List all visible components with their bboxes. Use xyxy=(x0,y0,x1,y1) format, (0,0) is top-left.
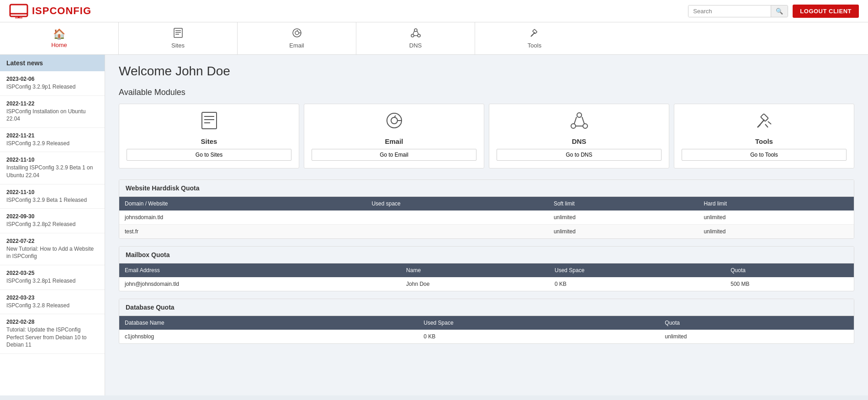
news-date: 2022-11-10 xyxy=(6,157,98,163)
sites-icon xyxy=(173,28,183,41)
cell-used: 0 KB xyxy=(549,277,725,291)
news-date: 2022-03-25 xyxy=(6,270,98,276)
main-container: Latest news 2023-02-06 ISPConfig 3.2.9p1… xyxy=(0,55,868,395)
goto-email-button[interactable]: Go to Email xyxy=(312,149,476,161)
sidebar-title: Latest news xyxy=(0,55,105,71)
svg-line-39 xyxy=(765,124,768,127)
database-quota-title: Database Quota xyxy=(119,299,854,316)
module-email-icon xyxy=(385,111,403,134)
nav-label-home: Home xyxy=(51,42,67,48)
email-icon xyxy=(292,28,302,41)
search-button[interactable]: 🔍 xyxy=(771,5,788,17)
cell-db-name: c1johnsblog xyxy=(119,330,418,343)
list-item[interactable]: 2023-02-06 ISPConfig 3.2.9p1 Released xyxy=(0,71,105,96)
page-title: Welcome John Doe xyxy=(119,64,854,79)
modules-title: Available Modules xyxy=(119,88,854,97)
nav-item-dns[interactable]: DNS xyxy=(356,22,475,54)
list-item[interactable]: 2022-09-30 ISPConfig 3.2.8p2 Released xyxy=(0,209,105,233)
svg-rect-4 xyxy=(174,28,182,37)
cell-name: John Doe xyxy=(401,277,549,291)
logo: ISPCONFIG xyxy=(9,4,91,18)
cell-db-quota: unlimited xyxy=(659,330,854,343)
mailbox-quota-table: Email Address Name Used Space Quota john… xyxy=(119,263,854,291)
nav-item-sites[interactable]: Sites xyxy=(119,22,238,54)
logout-button[interactable]: LOGOUT CLIENT xyxy=(793,5,859,18)
news-date: 2022-02-28 xyxy=(6,319,98,325)
goto-sites-button[interactable]: Go to Sites xyxy=(127,149,291,161)
news-date: 2022-09-30 xyxy=(6,213,98,220)
col-used-space: Used Space xyxy=(549,263,725,277)
module-email-name: Email xyxy=(385,137,403,145)
nav-item-home[interactable]: 🏠 Home xyxy=(0,22,119,54)
module-card-sites[interactable]: Sites Go to Sites xyxy=(119,104,299,168)
goto-tools-button[interactable]: Go to Tools xyxy=(682,149,847,161)
nav-item-email[interactable]: Email xyxy=(238,22,356,54)
svg-line-15 xyxy=(413,31,414,34)
news-date: 2023-02-06 xyxy=(6,76,98,82)
news-title: ISPConfig 3.2.8 Released xyxy=(6,302,69,309)
harddisk-quota-title: Website Harddisk Quota xyxy=(119,180,854,197)
news-title: ISPConfig 3.2.9p1 Released xyxy=(6,84,75,90)
list-item[interactable]: 2022-11-21 ISPConfig 3.2.9 Released xyxy=(0,128,105,153)
nav-item-tools[interactable]: Tools xyxy=(475,22,594,54)
cell-domain: test.fr xyxy=(119,225,366,239)
list-item[interactable]: 2022-03-23 ISPConfig 3.2.8 Released xyxy=(0,290,105,315)
news-date: 2022-11-21 xyxy=(6,132,98,139)
search-input[interactable] xyxy=(688,5,771,17)
goto-dns-button[interactable]: Go to DNS xyxy=(497,149,662,161)
table-row: c1johnsblog 0 KB unlimited xyxy=(119,330,854,343)
cell-db-used: 0 KB xyxy=(418,330,659,343)
col-db-quota: Quota xyxy=(659,316,854,330)
nav: 🏠 Home Sites Email xyxy=(0,22,868,55)
svg-line-38 xyxy=(768,121,771,124)
list-item[interactable]: 2022-03-25 ISPConfig 3.2.8p1 Released xyxy=(0,265,105,290)
news-title: ISPConfig 3.2.8p1 Released xyxy=(6,278,75,284)
svg-line-20 xyxy=(531,35,533,37)
module-tools-icon xyxy=(755,111,773,134)
list-item[interactable]: 2022-11-22 ISPConfig Installation on Ubu… xyxy=(0,96,105,128)
svg-point-9 xyxy=(295,31,299,35)
svg-point-14 xyxy=(418,34,420,37)
nav-label-email: Email xyxy=(289,42,304,49)
col-name: Name xyxy=(401,263,549,277)
news-date: 2022-03-23 xyxy=(6,295,98,301)
col-db-name: Database Name xyxy=(119,316,418,330)
module-dns-icon xyxy=(570,111,588,134)
news-date: 2022-11-10 xyxy=(6,189,98,195)
search-box: 🔍 xyxy=(688,5,788,17)
cell-soft: unlimited xyxy=(548,211,699,225)
col-email: Email Address xyxy=(119,263,401,277)
module-card-dns[interactable]: DNS Go to DNS xyxy=(489,104,669,168)
svg-point-12 xyxy=(414,29,417,32)
list-item[interactable]: 2022-11-10 ISPConfig 3.2.9 Beta 1 Releas… xyxy=(0,184,105,209)
list-item[interactable]: 2022-02-28 Tutorial: Update the ISPConfi… xyxy=(0,314,105,354)
nav-label-sites: Sites xyxy=(171,42,185,49)
module-tools-name: Tools xyxy=(755,137,773,145)
sidebar: Latest news 2023-02-06 ISPConfig 3.2.9p1… xyxy=(0,55,105,395)
svg-rect-36 xyxy=(760,114,768,121)
svg-point-13 xyxy=(411,34,414,37)
news-title: ISPConfig 3.2.9 Beta 1 Released xyxy=(6,197,87,203)
news-title: ISPConfig 3.2.8p2 Released xyxy=(6,221,75,227)
table-row: john@johnsdomain.tld John Doe 0 KB 500 M… xyxy=(119,277,854,291)
news-title: Installing ISPConfig 3.2.9 Beta 1 on Ubu… xyxy=(6,164,93,179)
svg-line-37 xyxy=(757,125,760,127)
svg-rect-21 xyxy=(202,112,217,129)
database-quota-table: Database Name Used Space Quota c1johnsbl… xyxy=(119,316,854,343)
svg-line-33 xyxy=(582,117,584,124)
module-sites-icon xyxy=(200,111,218,134)
news-title: New Tutorial: How to Add a Website in IS… xyxy=(6,246,94,260)
dns-icon xyxy=(411,28,421,41)
cell-soft: unlimited xyxy=(548,225,699,239)
harddisk-quota-section: Website Harddisk Quota Domain / Website … xyxy=(119,179,854,239)
list-item[interactable]: 2022-11-10 Installing ISPConfig 3.2.9 Be… xyxy=(0,152,105,184)
cell-hard: unlimited xyxy=(698,211,854,225)
news-date: 2022-07-22 xyxy=(6,238,98,244)
module-card-tools[interactable]: Tools Go to Tools xyxy=(674,104,854,168)
svg-line-32 xyxy=(574,117,577,124)
news-title: ISPConfig Installation on Ubuntu 22.04 xyxy=(6,108,85,122)
list-item[interactable]: 2022-07-22 New Tutorial: How to Add a We… xyxy=(0,233,105,265)
col-quota: Quota xyxy=(725,263,854,277)
module-card-email[interactable]: Email Go to Email xyxy=(304,104,484,168)
home-icon: 🏠 xyxy=(53,28,65,40)
